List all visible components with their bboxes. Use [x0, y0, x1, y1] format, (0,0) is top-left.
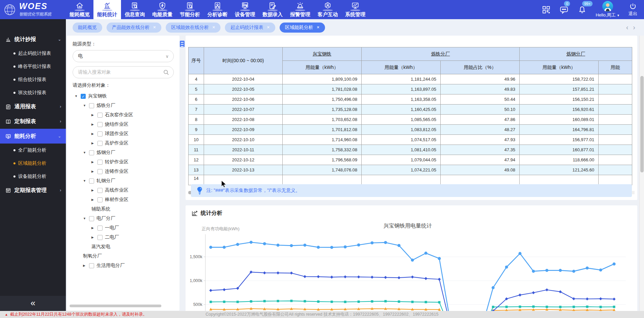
- sidebar-group-3[interactable]: 能耗分析⌄: [0, 129, 66, 144]
- tree-node-6[interactable]: ▼炼钢分厂: [73, 148, 174, 157]
- tab-3[interactable]: 起止码统计报表✕: [225, 23, 275, 33]
- nav-item-0[interactable]: 能耗概览: [66, 0, 93, 19]
- notifications-bell-icon[interactable]: 99+: [577, 5, 587, 14]
- nav-item-1[interactable]: 能耗统计: [93, 0, 121, 19]
- tree-node-7[interactable]: ▶转炉作业区: [73, 157, 174, 167]
- checkbox[interactable]: [89, 103, 94, 108]
- caret-down-icon[interactable]: ▼: [83, 104, 87, 107]
- qrcode-icon[interactable]: [542, 5, 551, 14]
- sidebar-item-0-3[interactable]: 班次统计报表: [0, 86, 66, 99]
- tree-node-15[interactable]: ▶二电厂: [73, 233, 174, 242]
- nav-item-10[interactable]: 系统管理: [341, 0, 369, 19]
- checkbox[interactable]: [97, 113, 103, 118]
- checkbox[interactable]: [97, 169, 103, 174]
- tree-node-18[interactable]: ▶生活用电分厂: [73, 261, 174, 270]
- tab-0[interactable]: 能耗概览: [73, 23, 102, 33]
- sidebar-item-0-0[interactable]: 起止码统计报表: [0, 47, 66, 60]
- close-icon[interactable]: ✕: [153, 25, 156, 30]
- nav-item-8[interactable]: 报警管理: [286, 0, 314, 19]
- caret-right-icon[interactable]: ▶: [91, 170, 95, 173]
- tree-node-2[interactable]: ▶石灰窑作业区: [73, 110, 174, 120]
- checkbox[interactable]: [97, 226, 103, 231]
- page-vscrollbar[interactable]: [639, 36, 644, 311]
- caret-right-icon[interactable]: ▶: [91, 236, 95, 239]
- sidebar-group-1[interactable]: 通用报表›: [0, 99, 66, 114]
- caret-right-icon[interactable]: ▶: [91, 226, 95, 230]
- checkbox[interactable]: [97, 235, 103, 240]
- caret-right-icon[interactable]: ▶: [91, 189, 95, 192]
- checkbox[interactable]: [97, 188, 103, 193]
- checkbox[interactable]: ✓: [81, 94, 86, 99]
- nav-item-5[interactable]: 分析诊断: [204, 0, 231, 19]
- nav-item-7[interactable]: 数据录入: [259, 0, 286, 19]
- page-vscrollbar-thumb[interactable]: [640, 76, 644, 172]
- sidebar-item-3-0[interactable]: 全厂能耗分析: [0, 144, 66, 157]
- sidebar-item-0-2[interactable]: 组合统计报表: [0, 73, 66, 86]
- caret-right-icon[interactable]: ▶: [83, 264, 87, 267]
- col-header-2[interactable]: 兴宝钢铁: [283, 47, 362, 61]
- tree-node-13[interactable]: ▼电厂分厂: [73, 214, 174, 223]
- tree-node-12[interactable]: 辅助系统: [73, 204, 174, 214]
- sidebar-collapse-button[interactable]: «: [0, 296, 66, 311]
- sidebar-group-0[interactable]: 统计抄报⌄: [0, 32, 66, 47]
- tab-4[interactable]: 区域能耗分析✕: [280, 23, 325, 33]
- messages-icon[interactable]: 0: [559, 5, 569, 14]
- checkbox[interactable]: [89, 216, 94, 221]
- col-header-3[interactable]: 炼铁分厂: [362, 47, 520, 61]
- tree-node-5[interactable]: ▶高炉作业区: [73, 138, 174, 148]
- tree-node-3[interactable]: ▶烧结作业区: [73, 120, 174, 129]
- checkbox[interactable]: [97, 141, 103, 146]
- close-icon[interactable]: ✕: [267, 25, 270, 30]
- tree-node-11[interactable]: ▶棒材作业区: [73, 195, 174, 204]
- tree-node-10[interactable]: ▶高线作业区: [73, 186, 174, 195]
- caret-down-icon[interactable]: ▼: [83, 217, 87, 220]
- tree-node-17[interactable]: 制氧分厂: [73, 251, 174, 261]
- nav-item-3[interactable]: 电能质量: [149, 0, 176, 19]
- tabs-scroll-right-icon[interactable]: ›: [633, 24, 635, 31]
- panel-collapse-toggle-icon[interactable]: [180, 41, 185, 47]
- sidebar-group-2[interactable]: 定制报表›: [0, 114, 66, 129]
- energy-type-select[interactable]: 电 ∨: [73, 50, 174, 62]
- sidebar-item-3-1[interactable]: 区域能耗分析: [0, 157, 66, 170]
- tree-node-0[interactable]: ▼✓兴宝钢铁: [73, 91, 174, 101]
- checkbox[interactable]: [89, 178, 94, 184]
- tabs-scroll-left-icon[interactable]: ‹: [626, 24, 629, 31]
- sidebar-item-3-2[interactable]: 设备能耗分析: [0, 170, 66, 183]
- checkbox[interactable]: [97, 197, 103, 202]
- checkbox[interactable]: [89, 150, 94, 155]
- checkbox[interactable]: [97, 160, 103, 165]
- filter-panel-hscrollbar[interactable]: [70, 305, 161, 307]
- tab-1[interactable]: 产品能效在线分析✕: [107, 23, 161, 33]
- close-icon[interactable]: ✕: [212, 25, 215, 30]
- tree-node-14[interactable]: ▶一电厂: [73, 223, 174, 233]
- nav-item-4[interactable]: 节能分析: [176, 0, 204, 19]
- col-header-4[interactable]: 炼钢分厂: [520, 47, 632, 61]
- nav-item-9[interactable]: 客户互动: [314, 0, 341, 19]
- nav-item-6[interactable]: 设备管理: [231, 0, 259, 19]
- caret-right-icon[interactable]: ▶: [91, 198, 95, 201]
- logout-button[interactable]: 退出: [629, 2, 637, 17]
- nav-item-2[interactable]: 信息查询: [121, 0, 149, 19]
- caret-right-icon[interactable]: ▶: [91, 142, 95, 145]
- checkbox[interactable]: [89, 263, 94, 268]
- caret-right-icon[interactable]: ▶: [91, 132, 95, 135]
- tree-node-8[interactable]: ▶连铸作业区: [73, 167, 174, 176]
- sidebar-item-0-1[interactable]: 峰谷平统计报表: [0, 60, 66, 73]
- caret-down-icon[interactable]: ▼: [75, 94, 78, 98]
- checkbox[interactable]: [97, 122, 103, 127]
- caret-down-icon[interactable]: ▼: [83, 179, 87, 183]
- user-menu[interactable]: Hello,周工 ▼: [596, 1, 620, 18]
- close-icon[interactable]: ✕: [317, 25, 320, 30]
- tree-node-1[interactable]: ▼炼铁分厂: [73, 101, 174, 110]
- caret-down-icon[interactable]: ▼: [83, 151, 87, 154]
- caret-right-icon[interactable]: ▶: [91, 160, 95, 164]
- tree-node-16[interactable]: 蒸汽发电: [73, 242, 174, 251]
- checkbox[interactable]: [97, 131, 103, 136]
- caret-right-icon[interactable]: ▶: [91, 123, 95, 126]
- caret-right-icon[interactable]: ▶: [91, 113, 95, 117]
- tab-2[interactable]: 区域能效在线分析✕: [166, 23, 220, 33]
- search-input[interactable]: 请输入搜索对象: [73, 66, 174, 78]
- tree-node-4[interactable]: ▶球团作业区: [73, 129, 174, 138]
- tree-node-9[interactable]: ▼轧钢分厂: [73, 176, 174, 186]
- sidebar-group-4[interactable]: 定期报表管理›: [0, 183, 66, 198]
